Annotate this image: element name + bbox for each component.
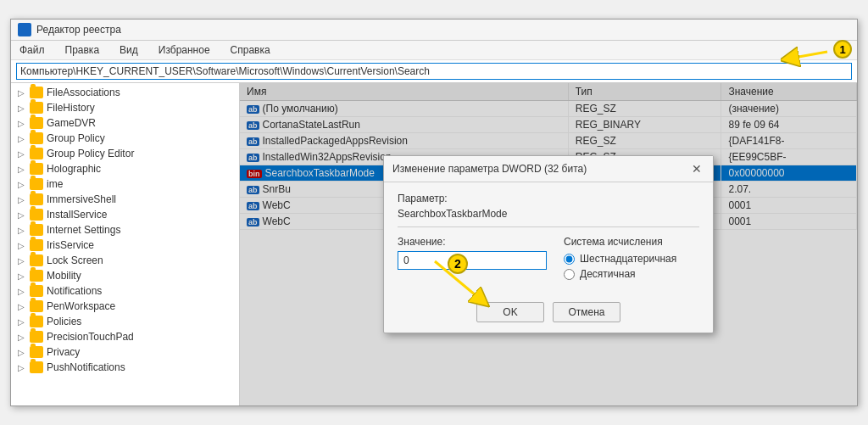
value-label: Значение: — [398, 236, 547, 248]
folder-icon — [30, 316, 43, 327]
chevron-icon: ▷ — [18, 333, 26, 342]
chevron-icon: ▷ — [18, 363, 26, 372]
dialog-body: Параметр: SearchboxTaskbarMode Значение:… — [384, 182, 713, 294]
radio-dec[interactable]: Десятичная — [564, 268, 699, 280]
tree-item-pushnotifications[interactable]: ▷ PushNotifications — [11, 360, 239, 375]
folder-icon — [30, 285, 43, 297]
tree-item-internetsettings[interactable]: ▷ Internet Settings — [11, 222, 239, 238]
folder-icon — [30, 87, 43, 98]
tree-item-lockscreen[interactable]: ▷ Lock Screen — [11, 253, 239, 268]
dialog-right: Система исчисления Шестнадцатеричная Дес… — [564, 236, 699, 283]
radio-hex-input[interactable] — [564, 254, 575, 265]
tree-panel: ▷ FileAssociations ▷ FileHistory ▷ GameD… — [11, 83, 240, 405]
folder-icon — [30, 148, 43, 159]
folder-icon — [30, 102, 43, 114]
folder-icon — [30, 193, 43, 205]
folder-icon — [30, 163, 43, 175]
main-content: ▷ FileAssociations ▷ FileHistory ▷ GameD… — [11, 83, 857, 405]
chevron-icon: ▷ — [18, 226, 26, 235]
title-bar: Редактор реестра — [11, 20, 857, 41]
radio-hex-label: Шестнадцатеричная — [580, 253, 676, 265]
radio-dec-input[interactable] — [564, 269, 575, 280]
chevron-icon: ▷ — [18, 88, 26, 98]
registry-editor-window: Редактор реестра Файл Правка Вид Избранн… — [10, 19, 858, 406]
dialog-title-bar: Изменение параметра DWORD (32 бита) ✕ — [384, 156, 713, 182]
menu-help[interactable]: Справка — [225, 42, 275, 58]
annotation-badge-1: 1 — [833, 40, 852, 59]
chevron-icon: ▷ — [18, 210, 26, 220]
tree-item-grouppolicy[interactable]: ▷ Group Policy — [11, 131, 239, 146]
menu-favorites[interactable]: Избранное — [153, 42, 215, 58]
folder-icon — [30, 331, 43, 343]
menu-view[interactable]: Вид — [114, 42, 143, 58]
param-name: SearchboxTaskbarMode — [398, 208, 699, 227]
app-icon — [18, 23, 31, 36]
folder-icon — [30, 346, 43, 358]
system-label: Система исчисления — [564, 236, 699, 248]
folder-icon — [30, 209, 43, 221]
dword-dialog: Изменение параметра DWORD (32 бита) ✕ Па… — [383, 155, 714, 333]
folder-icon — [30, 300, 43, 312]
folder-icon — [30, 254, 43, 266]
tree-item-gamedvr[interactable]: ▷ GameDVR — [11, 115, 239, 131]
chevron-icon: ▷ — [18, 302, 26, 311]
address-bar: 1 — [11, 60, 857, 83]
cancel-button[interactable]: Отмена — [553, 302, 620, 322]
chevron-icon: ▷ — [18, 241, 26, 250]
folder-icon — [30, 117, 43, 129]
window-title: Редактор реестра — [36, 24, 121, 36]
folder-icon — [30, 132, 43, 144]
dialog-title: Изменение параметра DWORD (32 бита) — [392, 163, 587, 175]
folder-icon — [30, 239, 43, 251]
tree-item-irisservice[interactable]: ▷ IrisService — [11, 238, 239, 253]
tree-item-precisiontouchpad[interactable]: ▷ PrecisionTouchPad — [11, 329, 239, 344]
chevron-icon: ▷ — [18, 119, 26, 128]
param-label: Параметр: — [398, 193, 699, 204]
tree-item-policies[interactable]: ▷ Policies — [11, 314, 239, 329]
dialog-row: Значение: Система исчисления Шестнадцате… — [398, 236, 699, 283]
chevron-icon: ▷ — [18, 256, 26, 266]
menu-edit[interactable]: Правка — [60, 42, 105, 58]
tree-item-grouppolicyeditor[interactable]: ▷ Group Policy Editor — [11, 146, 239, 161]
tree-item-immersiveshell[interactable]: ▷ ImmersiveShell — [11, 192, 239, 207]
tree-item-penworkspace[interactable]: ▷ PenWorkspace — [11, 299, 239, 314]
menu-file[interactable]: Файл — [14, 42, 50, 58]
chevron-icon: ▷ — [18, 317, 26, 327]
folder-icon — [30, 178, 43, 190]
tree-item-holographic[interactable]: ▷ Holographic — [11, 161, 239, 176]
tree-item-installservice[interactable]: ▷ InstallService — [11, 207, 239, 222]
dialog-left: Значение: — [398, 236, 547, 270]
chevron-icon: ▷ — [18, 195, 26, 204]
right-panel: Имя Тип Значение ab(По умолчанию) REG_SZ… — [240, 83, 857, 405]
ok-button[interactable]: OK — [476, 302, 544, 322]
radio-hex[interactable]: Шестнадцатеричная — [564, 253, 699, 265]
chevron-icon: ▷ — [18, 287, 26, 296]
chevron-icon: ▷ — [18, 165, 26, 174]
tree-item-notifications[interactable]: ▷ Notifications — [11, 283, 239, 299]
folder-icon — [30, 361, 43, 373]
menu-bar: Файл Правка Вид Избранное Справка — [11, 41, 857, 60]
tree-item-fileassociations[interactable]: ▷ FileAssociations — [11, 85, 239, 100]
chevron-icon: ▷ — [18, 134, 26, 143]
chevron-icon: ▷ — [18, 103, 26, 113]
address-input[interactable] — [16, 63, 852, 80]
chevron-icon: ▷ — [18, 180, 26, 189]
dialog-buttons: OK Отмена — [384, 294, 713, 333]
chevron-icon: ▷ — [18, 271, 26, 281]
folder-icon — [30, 224, 43, 236]
tree-item-ime[interactable]: ▷ ime — [11, 176, 239, 192]
tree-item-mobility[interactable]: ▷ Mobility — [11, 268, 239, 283]
folder-icon — [30, 270, 43, 282]
tree-item-filehistory[interactable]: ▷ FileHistory — [11, 100, 239, 115]
tree-item-privacy[interactable]: ▷ Privacy — [11, 344, 239, 360]
chevron-icon: ▷ — [18, 149, 26, 159]
value-input[interactable] — [398, 251, 547, 270]
chevron-icon: ▷ — [18, 348, 26, 357]
dialog-overlay: 2 Изменение параметра DWORD (32 бита) ✕ — [240, 83, 857, 405]
radio-dec-label: Десятичная — [580, 268, 636, 280]
dialog-close-button[interactable]: ✕ — [689, 161, 704, 176]
